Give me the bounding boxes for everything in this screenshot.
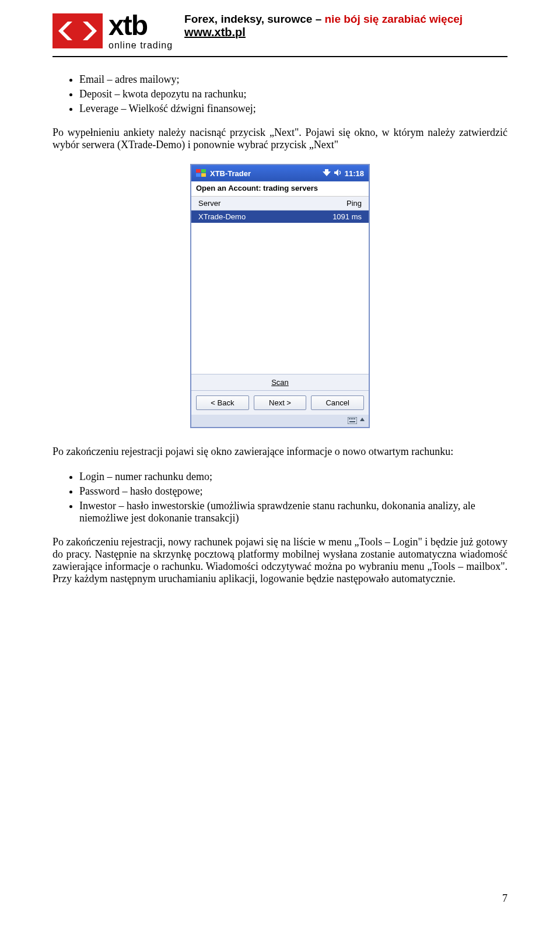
- paragraph-2: Po zakończeniu rejestracji pojawi się ok…: [52, 446, 508, 458]
- up-arrow-icon[interactable]: [359, 416, 365, 425]
- windows-logo-icon: [196, 169, 206, 177]
- header-divider: [52, 56, 508, 57]
- svg-rect-5: [201, 173, 206, 177]
- svg-rect-11: [354, 418, 355, 419]
- header-tagline: Forex, indeksy, surowce – nie bój się za…: [184, 13, 463, 26]
- keyboard-icon[interactable]: [348, 417, 357, 424]
- svg-marker-0: [58, 22, 72, 40]
- phone-status-bar: [191, 415, 369, 427]
- svg-rect-10: [352, 418, 354, 419]
- logo-subtext: online trading: [108, 41, 173, 50]
- svg-marker-13: [360, 418, 365, 421]
- svg-marker-1: [83, 22, 97, 40]
- col-ping: Ping: [346, 199, 362, 208]
- svg-rect-3: [201, 169, 206, 173]
- svg-rect-9: [351, 418, 352, 419]
- phone-screenshot: XTB-Trader 11:18 Open an Account: tradin…: [190, 164, 370, 428]
- page-header: xtb online trading Forex, indeksy, surow…: [52, 12, 508, 50]
- list-item: Leverage – Wielkość dźwigni finansowej;: [79, 103, 508, 115]
- server-name: XTrade-Demo: [198, 212, 246, 221]
- phone-titlebar: XTB-Trader 11:18: [191, 165, 369, 181]
- tagline-part1: Forex, indeksy, surowce –: [184, 13, 324, 25]
- paragraph-1: Po wypełnieniu ankiety należy nacisnąć p…: [52, 127, 508, 151]
- header-url: www.xtb.pl: [184, 26, 463, 39]
- logo-text: xtb: [108, 12, 173, 40]
- list-item: Login – numer rachunku demo;: [79, 471, 508, 483]
- svg-rect-2: [196, 169, 201, 173]
- col-server: Server: [198, 199, 220, 208]
- next-button[interactable]: Next >: [254, 395, 307, 410]
- logo: xtb online trading: [52, 12, 173, 50]
- phone-app-title: XTB-Trader: [210, 169, 251, 178]
- list-item: Email – adres mailowy;: [79, 73, 508, 86]
- phone-clock: 11:18: [345, 169, 364, 178]
- back-button[interactable]: < Back: [196, 395, 249, 410]
- logo-mark-icon: [52, 13, 103, 48]
- svg-rect-12: [349, 421, 355, 422]
- svg-rect-4: [196, 173, 201, 177]
- list-item: Password – hasło dostępowe;: [79, 485, 508, 498]
- svg-marker-6: [334, 169, 338, 176]
- bullet-list-2: Login – numer rachunku demo; Password – …: [79, 471, 508, 524]
- bullet-list-1: Email – adres mailowy; Deposit – kwota d…: [79, 73, 508, 115]
- phone-list-body: [191, 223, 369, 374]
- cancel-button[interactable]: Cancel: [311, 395, 364, 410]
- list-item: Inwestor – hasło inwestorskie (umożliwia…: [79, 500, 508, 524]
- sound-icon: [334, 169, 341, 178]
- paragraph-3: Po zakończeniu rejestracji, nowy rachune…: [52, 536, 508, 585]
- tagline-part2-red: nie bój się zarabiać więcej: [325, 13, 463, 25]
- scan-button[interactable]: Scan: [191, 374, 369, 391]
- scan-label: Scan: [271, 378, 289, 387]
- phone-subtitle: Open an Account: trading servers: [191, 181, 369, 197]
- svg-rect-7: [348, 417, 357, 424]
- list-item: Deposit – kwota depozytu na rachunku;: [79, 88, 508, 100]
- svg-rect-8: [349, 418, 350, 419]
- page-number: 7: [502, 892, 508, 905]
- phone-table-header: Server Ping: [191, 197, 369, 211]
- server-ping: 1091 ms: [332, 212, 362, 221]
- server-row[interactable]: XTrade-Demo 1091 ms: [191, 211, 369, 223]
- signal-icon: [323, 169, 331, 178]
